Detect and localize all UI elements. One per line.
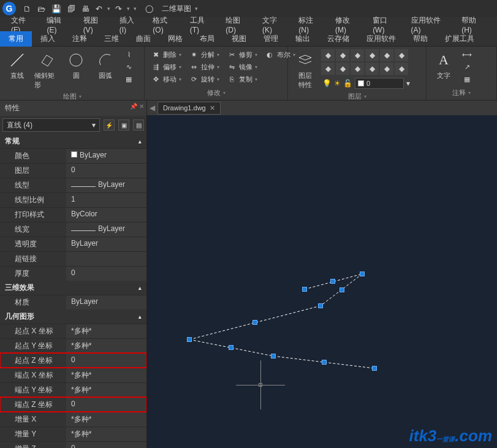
ribbon-tab-5[interactable]: 网格 bbox=[159, 31, 191, 47]
layer-lock-icon[interactable]: 🔓 bbox=[343, 79, 352, 88]
pin-icon[interactable]: 📌 ✕ bbox=[130, 103, 144, 110]
object-type-combo[interactable]: 直线 (4)▾ bbox=[2, 118, 100, 132]
draw-expand-icon[interactable]: ▾ bbox=[79, 94, 82, 99]
prop-线型[interactable]: 线型ByLayer bbox=[0, 178, 146, 192]
layer-combo[interactable]: 0 bbox=[355, 78, 404, 89]
saveas-icon[interactable]: 🗐 bbox=[66, 4, 77, 13]
layer-properties-button[interactable]: 图层 特性 bbox=[292, 49, 319, 91]
grip[interactable] bbox=[229, 345, 233, 350]
grip[interactable] bbox=[322, 360, 327, 365]
prop-端点 X 坐标[interactable]: 端点 X 坐标*多种* bbox=[0, 368, 146, 382]
section-几何图形[interactable]: 几何图形▴ bbox=[0, 309, 146, 324]
modify-修剪[interactable]: ✂修剪 ▾ bbox=[224, 49, 260, 60]
prop-端点 Z 坐标[interactable]: 端点 Z 坐标0 bbox=[0, 397, 146, 412]
prop-线宽[interactable]: 线宽ByLayer bbox=[0, 222, 146, 237]
modify-镜像[interactable]: ⇋镜像 ▾ bbox=[224, 61, 260, 72]
grip[interactable] bbox=[318, 303, 323, 308]
layer-state-3[interactable]: ◆ bbox=[351, 49, 364, 61]
grip[interactable] bbox=[330, 279, 335, 284]
text-button[interactable]: A 文字 bbox=[430, 49, 457, 82]
layer-state-6[interactable]: ◆ bbox=[395, 49, 408, 61]
prop-起点 Y 坐标[interactable]: 起点 Y 坐标*多种* bbox=[0, 338, 146, 353]
modify-移动[interactable]: ✥移动 ▾ bbox=[148, 74, 184, 85]
line-button[interactable]: 直线 bbox=[4, 49, 31, 82]
modify-expand-icon[interactable]: ▾ bbox=[223, 90, 226, 96]
grip[interactable] bbox=[360, 271, 365, 276]
prop-打印样式[interactable]: 打印样式ByColor bbox=[0, 207, 146, 222]
quick-select-button[interactable]: ⚡ bbox=[104, 120, 115, 131]
circle-button[interactable]: 圆 bbox=[63, 49, 89, 82]
qat-arrow[interactable]: ▾ bbox=[134, 6, 137, 12]
prop-端点 Y 坐标[interactable]: 端点 Y 坐标*多种* bbox=[0, 382, 146, 397]
layer-state-2[interactable]: ◆ bbox=[336, 49, 349, 61]
layer-state-4[interactable]: ◆ bbox=[365, 49, 379, 61]
ribbon-tab-10[interactable]: 云存储 bbox=[319, 31, 358, 47]
prop-增量 Y[interactable]: 增量 Y*多种* bbox=[0, 427, 146, 441]
grip[interactable] bbox=[187, 337, 192, 342]
layer-state-7[interactable]: ◆ bbox=[321, 63, 335, 75]
grip[interactable] bbox=[271, 354, 276, 359]
ribbon-tab-0[interactable]: 常用 bbox=[0, 31, 32, 47]
prop-厚度[interactable]: 厚度0 bbox=[0, 266, 146, 281]
modify-删除[interactable]: ✖删除 ▾ bbox=[148, 49, 184, 60]
layer-state-12[interactable]: ◆ bbox=[395, 63, 408, 75]
redo-arrow[interactable]: ▾ bbox=[127, 6, 130, 12]
layer-bulb-icon[interactable]: 💡 bbox=[322, 79, 332, 88]
section-常规[interactable]: 常规▴ bbox=[0, 134, 146, 148]
layer-combo-arrow[interactable]: ▾ bbox=[406, 79, 410, 88]
leader-button[interactable]: ↗ bbox=[460, 61, 474, 72]
document-tab[interactable]: Drawing1.dwg ✕ bbox=[157, 102, 221, 115]
drawing-canvas[interactable]: itk3一堂课.com bbox=[147, 115, 497, 448]
ribbon-tab-1[interactable]: 插入 bbox=[32, 31, 64, 47]
prop-增量 X[interactable]: 增量 X*多种* bbox=[0, 412, 146, 427]
layer-sun-icon[interactable]: ☀ bbox=[334, 79, 341, 88]
ribbon-tab-3[interactable]: 三维 bbox=[96, 31, 127, 47]
spline-button[interactable]: ∿ bbox=[121, 61, 136, 72]
layer-state-11[interactable]: ◆ bbox=[380, 63, 393, 75]
undo-arrow[interactable]: ▾ bbox=[107, 6, 110, 12]
prop-材质[interactable]: 材质ByLayer bbox=[0, 295, 146, 309]
annotate-expand-icon[interactable]: ▾ bbox=[468, 90, 471, 96]
save-icon[interactable]: 💾 bbox=[50, 4, 63, 13]
ribbon-tab-11[interactable]: 应用软件 bbox=[358, 31, 404, 47]
section-三维效果[interactable]: 三维效果▴ bbox=[0, 281, 146, 295]
prop-图层[interactable]: 图层0 bbox=[0, 163, 146, 178]
rect-button[interactable]: 倾斜矩形 bbox=[33, 49, 60, 91]
close-icon[interactable]: ✕ bbox=[210, 104, 215, 112]
layer-state-8[interactable]: ◆ bbox=[336, 63, 349, 75]
redo-icon[interactable]: ↷ bbox=[114, 4, 123, 13]
prop-起点 X 坐标[interactable]: 起点 X 坐标*多种* bbox=[0, 324, 146, 338]
ribbon-tab-13[interactable]: 扩展工具 bbox=[436, 31, 483, 47]
print-icon[interactable]: 🖶 bbox=[80, 4, 91, 13]
ribbon-tab-7[interactable]: 视图 bbox=[223, 31, 255, 47]
modify-旋转[interactable]: ⟳旋转 ▾ bbox=[186, 74, 222, 85]
arc-button[interactable]: 圆弧 bbox=[92, 49, 119, 82]
ribbon-tab-6[interactable]: 布局 bbox=[191, 31, 223, 47]
prop-增量 Z[interactable]: 增量 Z0 bbox=[0, 441, 146, 448]
prop-透明度[interactable]: 透明度ByLayer bbox=[0, 237, 146, 251]
prop-超链接[interactable]: 超链接 bbox=[0, 251, 146, 266]
modify-复制[interactable]: ⎘复制 ▾ bbox=[224, 74, 260, 85]
dim-linear-button[interactable]: ⟷ bbox=[460, 49, 474, 60]
ribbon-tab-4[interactable]: 曲面 bbox=[127, 31, 159, 47]
undo-icon[interactable]: ↶ bbox=[94, 4, 104, 13]
new-icon[interactable]: 🗋 bbox=[22, 4, 32, 13]
grip[interactable] bbox=[372, 366, 377, 371]
prop-线型比例[interactable]: 线型比例1 bbox=[0, 192, 146, 207]
grip[interactable] bbox=[252, 320, 257, 325]
match-button[interactable]: ▤ bbox=[133, 120, 144, 131]
modify-拉伸[interactable]: ⇔拉伸 ▾ bbox=[186, 61, 222, 72]
layer-state-10[interactable]: ◆ bbox=[365, 63, 379, 75]
open-icon[interactable]: 🗁 bbox=[36, 4, 47, 13]
layer-state-9[interactable]: ◆ bbox=[351, 63, 364, 75]
prop-颜色[interactable]: 颜色ByLayer bbox=[0, 148, 146, 163]
select-similar-button[interactable]: ▣ bbox=[118, 120, 129, 131]
ribbon-tab-9[interactable]: 输出 bbox=[287, 31, 319, 47]
layer-state-1[interactable]: ◆ bbox=[321, 49, 335, 61]
crumb-arrow[interactable]: ▾ bbox=[195, 6, 198, 12]
layer-expand-icon[interactable]: ▾ bbox=[364, 94, 366, 99]
table-button[interactable]: ▦ bbox=[460, 74, 474, 85]
tab-prev-icon[interactable]: ◀ bbox=[150, 104, 155, 112]
layer-state-5[interactable]: ◆ bbox=[380, 49, 393, 61]
modify-偏移[interactable]: ⇶偏移 ▾ bbox=[148, 61, 184, 72]
